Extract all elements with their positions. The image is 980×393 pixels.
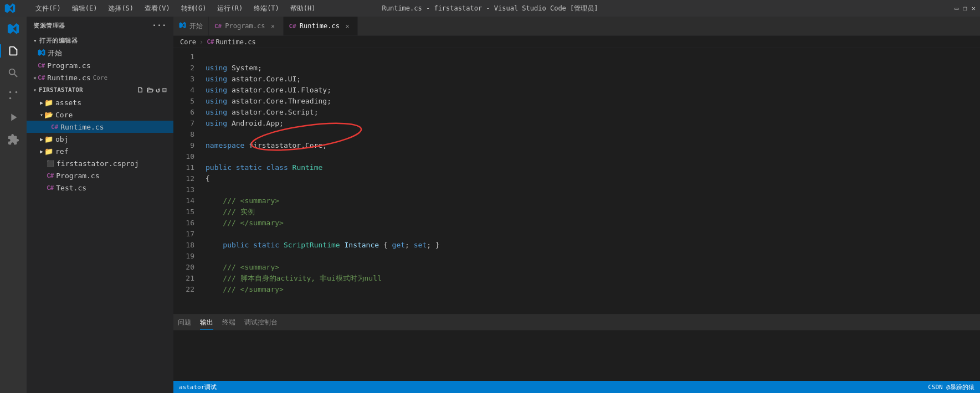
breadcrumb-runtime-label: Runtime.cs bbox=[216, 38, 255, 46]
tab-runtime[interactable]: C# Runtime.cs ✕ bbox=[284, 17, 358, 35]
chevron-right-icon2: ▶ bbox=[40, 136, 43, 142]
tab-runtime-close[interactable]: ✕ bbox=[343, 22, 352, 30]
tab-start-label: 开始 bbox=[189, 22, 203, 31]
activity-git-icon[interactable] bbox=[3, 85, 23, 105]
tree-test[interactable]: C# Test.cs bbox=[27, 182, 173, 194]
project-section[interactable]: ▾ FIRSTASTATOR 🗋 🗁 ↺ ⊟ bbox=[27, 84, 173, 96]
breadcrumb: Core › C# Runtime.cs bbox=[173, 36, 980, 48]
tree-assets[interactable]: ▶ 📁 assets bbox=[27, 96, 173, 108]
status-bar: astator调试 CSDN @暴躁的猿 bbox=[173, 381, 980, 393]
main-layout: 资源管理器 ··· ▾ 打开的编辑器 开始 C# Program.cs ✕ C#… bbox=[0, 17, 980, 393]
tab-start[interactable]: 开始 bbox=[173, 17, 209, 35]
assets-label: assets bbox=[55, 99, 81, 107]
status-left: astator调试 bbox=[179, 383, 217, 391]
chevron-down-icon3: ▾ bbox=[40, 112, 43, 118]
tab-program-close[interactable]: ✕ bbox=[269, 22, 278, 30]
tree-program[interactable]: C# Program.cs bbox=[27, 169, 173, 182]
menu-terminal[interactable]: 终端(T) bbox=[249, 3, 284, 14]
code-editor-wrapper: 1 2 3 4 5 6 7 8 9 10 11 12 13 14 15 16 1 bbox=[173, 48, 980, 381]
menu-goto[interactable]: 转到(G) bbox=[177, 3, 211, 14]
code-content[interactable]: using System; using astator.Core.UI; usi… bbox=[201, 48, 980, 314]
activity-bar bbox=[0, 17, 27, 393]
tab-program[interactable]: C# Program.cs ✕ bbox=[209, 17, 284, 35]
breadcrumb-separator: › bbox=[199, 38, 203, 46]
menu-select[interactable]: 选择(S) bbox=[104, 3, 138, 14]
sidebar-title: 资源管理器 bbox=[33, 22, 65, 30]
test-label: Test.cs bbox=[56, 184, 86, 192]
bottom-tab-debug[interactable]: 调试控制台 bbox=[244, 316, 278, 330]
code-line-22: /// </summary> bbox=[201, 284, 980, 295]
code-line-6: using astator.Core.Script; bbox=[201, 107, 980, 118]
sidebar: 资源管理器 ··· ▾ 打开的编辑器 开始 C# Program.cs ✕ C#… bbox=[27, 17, 173, 393]
code-line-11: public static class Runtime bbox=[201, 162, 980, 173]
refresh-icon[interactable]: ↺ bbox=[156, 86, 160, 94]
opened-editor-start-label: 开始 bbox=[48, 48, 62, 58]
menu-view[interactable]: 查看(V) bbox=[140, 3, 175, 14]
project-name: FIRSTASTATOR bbox=[39, 86, 83, 94]
opened-editor-runtime-label: Runtime.cs bbox=[47, 74, 90, 82]
code-line-4: using astator.Core.UI.Floaty; bbox=[201, 85, 980, 96]
breadcrumb-cs-icon: C# bbox=[207, 38, 214, 45]
activity-search-icon[interactable] bbox=[3, 63, 23, 83]
code-line-5: using astator.Core.Threading; bbox=[201, 96, 980, 107]
code-line-8 bbox=[201, 129, 980, 140]
tree-ref[interactable]: ▶ 📁 ref bbox=[27, 145, 173, 157]
menu-file[interactable]: 文件(F) bbox=[31, 3, 65, 14]
svg-point-1 bbox=[16, 91, 18, 94]
code-line-19 bbox=[201, 251, 980, 262]
proj-icon: ⬛ bbox=[47, 160, 54, 167]
menu-run[interactable]: 运行(R) bbox=[213, 3, 247, 14]
code-line-20: /// <summary> bbox=[201, 262, 980, 273]
menu-edit[interactable]: 编辑(E) bbox=[68, 3, 102, 14]
code-line-10 bbox=[201, 151, 980, 162]
vscode-file-icon bbox=[38, 49, 45, 58]
code-line-21: /// 脚本自身的activity, 非ui模式时为null bbox=[201, 273, 980, 284]
folder-icon: 📁 bbox=[44, 99, 53, 107]
code-line-18: public static ScriptRuntime Instance { g… bbox=[201, 240, 980, 251]
tab-cs-icon2: C# bbox=[289, 23, 296, 30]
chevron-right-icon3: ▶ bbox=[40, 148, 43, 154]
opened-editors-section[interactable]: ▾ 打开的编辑器 bbox=[27, 34, 173, 47]
window-title: Runtime.cs - firstastator - Visual Studi… bbox=[382, 4, 598, 13]
tree-csproj[interactable]: ⬛ firstastator.csproj bbox=[27, 157, 173, 169]
opened-editor-start[interactable]: 开始 bbox=[27, 47, 173, 59]
opened-editor-runtime[interactable]: ✕ C# Runtime.cs Core bbox=[27, 71, 173, 84]
code-line-9: namespace firstastator.Core; bbox=[201, 140, 980, 151]
new-file-icon[interactable]: 🗋 bbox=[137, 86, 144, 94]
tree-obj[interactable]: ▶ 📁 obj bbox=[27, 133, 173, 145]
menu-help[interactable]: 帮助(H) bbox=[286, 3, 320, 14]
tree-runtime[interactable]: C# Runtime.cs bbox=[27, 121, 173, 133]
opened-editors-label: 打开的编辑器 bbox=[39, 37, 78, 45]
activity-extensions-icon[interactable] bbox=[3, 130, 23, 149]
status-right: CSDN @暴躁的猿 bbox=[928, 383, 974, 391]
close-icon[interactable]: ✕ bbox=[33, 75, 37, 81]
collapse-icon[interactable]: ⊟ bbox=[162, 86, 167, 94]
ellipsis-icon[interactable]: ··· bbox=[152, 21, 167, 30]
code-line-12: { bbox=[201, 173, 980, 184]
cs-program-icon: C# bbox=[47, 172, 54, 179]
breadcrumb-core-label: Core bbox=[180, 38, 196, 46]
tree-core[interactable]: ▾ 📂 Core bbox=[27, 108, 173, 121]
code-line-17 bbox=[201, 229, 980, 240]
status-csdn: CSDN @暴躁的猿 bbox=[928, 383, 974, 391]
activity-explorer-icon[interactable] bbox=[3, 41, 23, 61]
activity-vscode-icon bbox=[3, 19, 23, 39]
bottom-tabs: 问题 输出 终端 调试控制台 bbox=[173, 315, 980, 330]
chevron-down-icon: ▾ bbox=[33, 37, 37, 44]
csproj-label: firstastator.csproj bbox=[57, 159, 139, 168]
bottom-tab-output[interactable]: 输出 bbox=[200, 316, 213, 330]
breadcrumb-core[interactable]: Core bbox=[180, 38, 196, 46]
bottom-tab-terminal[interactable]: 终端 bbox=[222, 316, 235, 330]
opened-editor-program[interactable]: C# Program.cs bbox=[27, 59, 173, 71]
folder-icon2: 📁 bbox=[44, 135, 53, 143]
new-folder-icon[interactable]: 🗁 bbox=[146, 86, 153, 94]
tabs-bar: 开始 C# Program.cs ✕ C# Runtime.cs ✕ bbox=[173, 17, 980, 36]
bottom-panel: 问题 输出 终端 调试控制台 bbox=[173, 314, 980, 381]
breadcrumb-runtime[interactable]: C# Runtime.cs bbox=[207, 38, 256, 46]
tab-cs-icon1: C# bbox=[214, 23, 222, 30]
activity-run-icon[interactable] bbox=[3, 107, 23, 127]
editor-area: 开始 C# Program.cs ✕ C# Runtime.cs ✕ Core … bbox=[173, 17, 980, 393]
bottom-tab-problems[interactable]: 问题 bbox=[178, 316, 191, 330]
code-editor[interactable]: 1 2 3 4 5 6 7 8 9 10 11 12 13 14 15 16 1 bbox=[173, 48, 980, 314]
title-bar: 文件(F) 编辑(E) 选择(S) 查看(V) 转到(G) 运行(R) 终端(T… bbox=[0, 0, 980, 17]
